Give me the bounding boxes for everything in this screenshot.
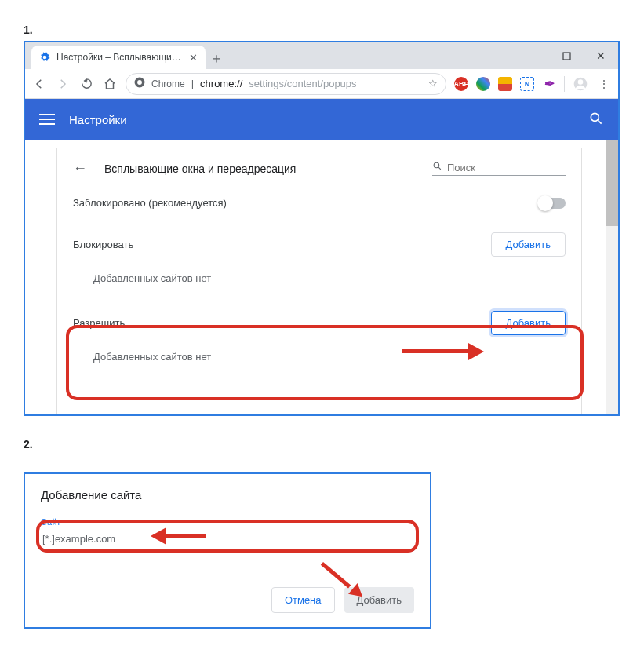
omnibox-host: chrome:// [200,78,242,89]
svg-line-6 [599,120,602,123]
settings-content-area: ← Всплывающие окна и переадресация Забло… [25,140,618,414]
allow-empty-text: Добавленных сайтов нет [73,340,566,375]
block-add-button[interactable]: Добавить [491,232,566,257]
extension-icons: ABP N ✒ ⋮ [454,76,612,92]
dialog-add-button[interactable]: Добавить [344,587,414,613]
dialog-title: Добавление сайта [41,488,414,502]
browser-window: Настройки – Всплывающие окн ✕ ＋ — ✕ [24,41,620,416]
svg-point-5 [591,113,599,121]
svg-point-2 [137,80,142,85]
add-site-dialog: Добавление сайта Сайт Отмена Добавить [24,472,431,629]
allow-add-button[interactable]: Добавить [491,311,566,335]
page-back-icon[interactable]: ← [73,160,87,177]
profile-avatar-icon[interactable] [573,76,588,92]
block-section-title: Блокировать [73,239,133,250]
blocked-toggle[interactable] [539,198,566,209]
site-field-label: Сайт [41,517,414,527]
new-tab-button[interactable]: ＋ [206,47,227,69]
home-icon[interactable] [102,76,118,92]
secure-label: Chrome [151,78,185,89]
allow-section-title: Разрешить [73,317,125,329]
step-1-label: 1. [24,24,620,36]
blocked-label: Заблокировано (рекомендуется) [73,197,227,209]
svg-point-4 [578,79,584,85]
toolbar: Chrome | chrome://settings/content/popup… [25,69,618,99]
window-close-button[interactable]: ✕ [584,44,618,67]
hamburger-menu-icon[interactable] [39,114,55,125]
adblock-icon[interactable]: ABP [454,77,468,91]
window-minimize-button[interactable]: — [515,44,549,67]
tab-close-icon[interactable]: ✕ [188,53,198,62]
page-header-row: ← Всплывающие окна и переадресация [73,160,566,177]
extension-globe-icon[interactable] [476,77,490,91]
allow-section-header: Разрешить Добавить [73,303,566,340]
page-title: Всплывающие окна и переадресация [104,162,296,175]
extension-bookmark-icon[interactable] [498,77,512,91]
settings-title: Настройки [69,113,127,126]
block-empty-text: Добавленных сайтов нет [73,261,566,297]
svg-rect-0 [563,53,570,60]
address-bar[interactable]: Chrome | chrome://settings/content/popup… [126,73,446,95]
svg-line-8 [438,167,441,170]
window-controls: — ✕ [515,42,618,69]
window-maximize-button[interactable] [549,44,584,67]
chrome-logo-icon [134,77,145,90]
search-icon [432,161,442,173]
dialog-actions: Отмена Добавить [41,587,414,613]
svg-point-7 [434,162,439,168]
block-section-header: Блокировать Добавить [73,224,566,261]
nav-forward-icon [55,76,71,92]
reload-icon[interactable] [78,76,94,92]
nav-back-icon[interactable] [31,76,47,92]
page-search[interactable] [432,161,566,176]
browser-tab[interactable]: Настройки – Всплывающие окн ✕ [31,46,206,69]
tab-title: Настройки – Всплывающие окн [56,52,182,63]
window-titlebar: Настройки – Всплывающие окн ✕ ＋ — ✕ [25,42,618,69]
extension-n-icon[interactable]: N [520,77,534,91]
gear-icon [39,52,50,63]
omnibox-path: settings/content/popups [249,78,356,89]
vertical-scrollbar[interactable] [606,140,618,414]
dialog-cancel-button[interactable]: Отмена [271,587,335,613]
settings-page: ← Всплывающие окна и переадресация Забло… [56,148,582,414]
omnibox-separator: | [191,78,194,89]
kebab-menu-icon[interactable]: ⋮ [596,76,612,92]
settings-header: Настройки [25,99,618,140]
toolbar-divider [564,76,565,92]
step-2-label: 2. [24,438,620,451]
bookmark-star-icon[interactable]: ☆ [428,78,438,89]
header-search-icon[interactable] [588,111,604,129]
blocked-toggle-row: Заблокировано (рекомендуется) [73,181,566,224]
page-search-input[interactable] [447,162,566,173]
scrollbar-thumb[interactable] [606,140,618,226]
extension-feather-icon[interactable]: ✒ [542,77,556,91]
site-input[interactable] [41,528,414,551]
